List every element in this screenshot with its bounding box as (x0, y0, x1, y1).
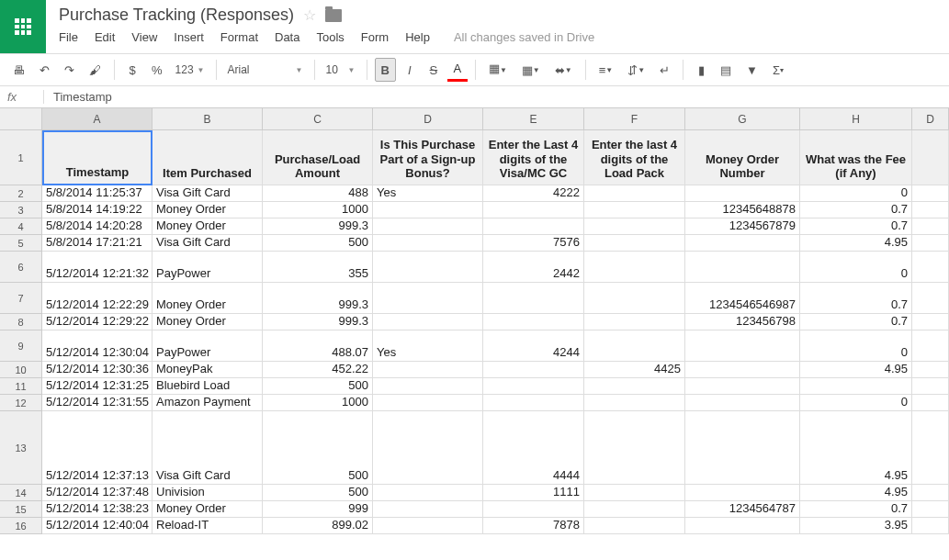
col-header-f[interactable]: F (584, 108, 685, 130)
cell[interactable]: 3.95 (800, 518, 912, 534)
row-header[interactable]: 16 (0, 518, 42, 534)
row-header[interactable]: 2 (0, 185, 42, 202)
print-icon[interactable]: 🖶 (7, 58, 30, 82)
cell[interactable] (912, 130, 949, 185)
cell[interactable] (483, 314, 584, 330)
cell[interactable] (912, 501, 949, 518)
cell[interactable]: 5/8/2014 11:25:37 (42, 185, 153, 202)
cell[interactable]: 4.95 (800, 362, 912, 378)
cell[interactable]: 0 (800, 252, 912, 283)
redo-icon[interactable]: ↷ (59, 58, 80, 82)
cell[interactable] (912, 411, 949, 485)
sheets-logo[interactable] (0, 0, 46, 53)
cell[interactable]: 899.02 (263, 518, 373, 534)
spreadsheet-grid[interactable]: A B C D E F G H D 1TimestampItem Purchas… (0, 108, 949, 534)
cell[interactable] (912, 485, 949, 501)
menu-data[interactable]: Data (275, 30, 299, 44)
cell[interactable] (584, 202, 685, 218)
insert-comment-icon[interactable]: ▤ (715, 58, 737, 82)
cell[interactable] (373, 283, 483, 314)
cell[interactable]: 500 (263, 378, 373, 395)
cell[interactable]: 1000 (263, 202, 373, 218)
cell[interactable]: 999 (263, 501, 373, 518)
row-header[interactable]: 8 (0, 314, 42, 330)
cell[interactable]: 5/8/2014 17:21:21 (42, 235, 153, 252)
cell[interactable]: 500 (263, 235, 373, 252)
col-header-c[interactable]: C (263, 108, 373, 130)
cell[interactable] (584, 235, 685, 252)
insert-chart-icon[interactable]: ▮ (691, 58, 711, 82)
cell[interactable] (584, 283, 685, 314)
cell[interactable] (685, 362, 800, 378)
cell[interactable]: 0.7 (800, 202, 912, 218)
cell[interactable]: Money Order (153, 314, 263, 330)
cell[interactable] (912, 235, 949, 252)
cell[interactable] (685, 411, 800, 485)
number-format-select[interactable]: 123▼ (172, 62, 209, 78)
fill-color-icon[interactable]: ▦▼ (483, 58, 513, 82)
cell[interactable]: Univision (153, 485, 263, 501)
merge-icon[interactable]: ⬌▼ (549, 58, 578, 82)
cell[interactable] (373, 314, 483, 330)
cell[interactable] (584, 378, 685, 395)
cell[interactable] (483, 218, 584, 235)
cell[interactable] (685, 485, 800, 501)
cell[interactable]: Money Order (153, 283, 263, 314)
cell[interactable]: 5/12/2014 12:22:29 (42, 283, 153, 314)
cell[interactable]: 5/12/2014 12:30:04 (42, 330, 153, 362)
cell[interactable]: Visa Gift Card (153, 411, 263, 485)
cell[interactable]: 123456798 (685, 314, 800, 330)
folder-icon[interactable] (325, 9, 342, 22)
cell[interactable] (373, 362, 483, 378)
cell[interactable]: 999.3 (263, 283, 373, 314)
menu-insert[interactable]: Insert (174, 30, 204, 44)
cell[interactable] (373, 411, 483, 485)
row-header[interactable]: 14 (0, 485, 42, 501)
cell[interactable] (584, 330, 685, 362)
valign-icon[interactable]: ⇵▼ (622, 58, 650, 82)
cell[interactable]: 4244 (483, 330, 584, 362)
menu-form[interactable]: Form (361, 30, 389, 44)
cell[interactable] (584, 518, 685, 534)
cell[interactable] (584, 485, 685, 501)
cell[interactable]: Visa Gift Card (153, 185, 263, 202)
cell[interactable]: Money Order (153, 218, 263, 235)
cell[interactable]: Enter the Last 4 digits of the Visa/MC G… (483, 130, 584, 185)
cell[interactable]: 500 (263, 411, 373, 485)
col-header-g[interactable]: G (685, 108, 800, 130)
cell[interactable] (912, 202, 949, 218)
cell[interactable]: Reload-IT (153, 518, 263, 534)
cell[interactable] (685, 185, 800, 202)
currency-button[interactable]: $ (122, 58, 142, 82)
cell[interactable]: 4444 (483, 411, 584, 485)
cell[interactable] (373, 518, 483, 534)
cell[interactable] (685, 235, 800, 252)
cell[interactable]: 1234546546987 (685, 283, 800, 314)
strike-button[interactable]: S (424, 58, 444, 82)
cell[interactable]: Money Order Number (685, 130, 800, 185)
cell[interactable]: 5/12/2014 12:37:48 (42, 485, 153, 501)
row-header[interactable]: 10 (0, 362, 42, 378)
cell[interactable]: 5/12/2014 12:38:23 (42, 501, 153, 518)
cell[interactable]: 355 (263, 252, 373, 283)
cell[interactable] (584, 395, 685, 411)
cell[interactable] (685, 252, 800, 283)
cell[interactable] (373, 395, 483, 411)
cell[interactable]: 12345648878 (685, 202, 800, 218)
col-header-a[interactable]: A (42, 108, 153, 130)
cell[interactable] (912, 252, 949, 283)
col-header-e[interactable]: E (483, 108, 584, 130)
cell[interactable]: 452.22 (263, 362, 373, 378)
cell[interactable]: 5/12/2014 12:30:36 (42, 362, 153, 378)
cell[interactable]: 500 (263, 485, 373, 501)
cell[interactable] (483, 501, 584, 518)
cell[interactable] (912, 378, 949, 395)
menu-help[interactable]: Help (405, 30, 430, 44)
cell[interactable]: 1234564787 (685, 501, 800, 518)
cell[interactable] (800, 378, 912, 395)
row-header[interactable]: 5 (0, 235, 42, 252)
cell[interactable] (373, 252, 483, 283)
cell[interactable]: 999.3 (263, 218, 373, 235)
cell[interactable]: Amazon Payment (153, 395, 263, 411)
menu-edit[interactable]: Edit (95, 30, 115, 44)
